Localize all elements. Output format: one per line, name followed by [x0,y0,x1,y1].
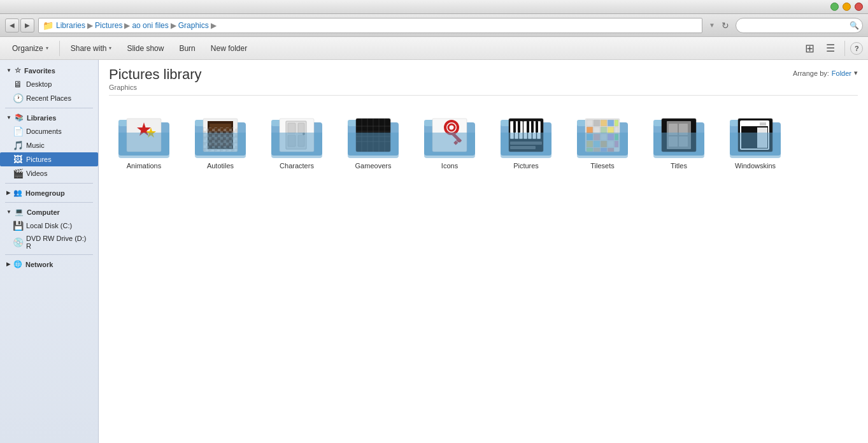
folder-gameovers-icon [345,108,402,159]
folder-gameovers[interactable]: Gameovers [338,106,408,172]
share-with-label: Share with [71,44,107,53]
help-button[interactable]: ? [850,42,863,55]
sidebar-divider-1 [5,108,93,108]
svg-rect-67 [608,120,614,126]
sidebar-item-recent-label: Recent Places [26,94,71,102]
folder-tilesets[interactable]: Tilesets [567,106,637,172]
sidebar-item-music-label: Music [26,142,45,149]
new-folder-button[interactable]: New folder [204,40,254,57]
share-with-button[interactable]: Share with ▾ [64,40,119,57]
svg-rect-66 [601,120,607,126]
folder-icon: 📁 [43,20,53,31]
homegroup-icon: 👥 [13,189,22,197]
slideshow-button[interactable]: Slide show [120,40,171,57]
path-graphics[interactable]: Graphics [178,21,209,30]
toolbar: Organize ▾ Share with ▾ Slide show Burn … [0,37,868,60]
svg-rect-101 [760,122,766,126]
sidebar-computer-header[interactable]: ▼ 💻 Computer [0,205,98,219]
folder-autotiles[interactable]: Autotiles [185,106,255,172]
sidebar-item-music[interactable]: 🎵 Music [0,138,98,152]
nav-buttons: ◀ ▶ [5,18,34,33]
search-input[interactable] [736,18,863,33]
favorites-arrow-icon: ▼ [6,68,11,73]
toolbar-separator-2 [844,41,845,56]
address-path[interactable]: 📁 Libraries ▶ Pictures ▶ ao oni files ▶ … [38,18,702,33]
sidebar-item-dvd-drive[interactable]: 💿 DVD RW Drive (D:) R [0,233,98,252]
sidebar-item-recent-places[interactable]: 🕐 Recent Places [0,91,98,105]
toolbar-separator-1 [59,41,60,56]
svg-rect-68 [615,120,618,126]
folder-pictures-icon [497,108,555,159]
svg-rect-20 [298,123,304,133]
sidebar-item-videos[interactable]: 🎬 Videos [0,166,98,180]
folder-gameovers-label: Gameovers [355,162,392,170]
folder-windowskins-icon [727,108,784,159]
svg-rect-55 [518,121,520,133]
svg-rect-56 [527,121,529,133]
computer-arrow-icon: ▼ [6,209,11,215]
organize-dropdown-icon: ▾ [46,45,48,51]
recent-places-icon: 🕐 [13,93,23,103]
sidebar-homegroup-header[interactable]: ▶ 👥 Homegroup [0,186,98,200]
svg-rect-69 [587,127,593,133]
path-ao-oni[interactable]: ao oni files [132,21,168,30]
sidebar-item-documents-label: Documents [26,127,62,135]
view-details-button[interactable]: ☰ [822,40,839,57]
libraries-icon: 📚 [15,113,24,122]
sidebar-item-pictures[interactable]: 🖼 Pictures [0,152,98,166]
folder-pictures[interactable]: Pictures [491,106,561,172]
view-mode-button[interactable]: ⊞ [800,40,819,57]
libraries-arrow-icon: ▼ [6,115,11,120]
title-bar-buttons [830,3,863,11]
back-button[interactable]: ◀ [5,18,19,33]
sidebar-favorites-header[interactable]: ▼ ☆ Favorites [0,64,98,77]
folder-icons[interactable]: Icons [415,106,485,172]
path-libraries[interactable]: Libraries [56,21,85,30]
maximize-button[interactable] [843,3,851,11]
arrange-by-label: Arrange by: [793,69,829,77]
refresh-button[interactable]: ↻ [719,19,732,32]
folder-autotiles-icon [192,108,249,159]
sidebar-item-videos-label: Videos [26,170,47,177]
homegroup-label: Homegroup [25,189,65,197]
computer-icon: 💻 [15,208,24,216]
minimize-button[interactable] [830,3,839,11]
folder-animations-icon [115,108,173,159]
sidebar-item-local-disk[interactable]: 💾 Local Disk (C:) [0,219,98,233]
burn-button[interactable]: Burn [172,40,202,57]
folder-titles-label: Titles [671,162,687,170]
folder-titles[interactable]: Titles [644,106,714,172]
sidebar-libraries-header[interactable]: ▼ 📚 Libraries [0,111,98,124]
network-icon: 🌐 [13,260,22,268]
sidebar-section-network: ▶ 🌐 Network [0,258,98,271]
arrange-by-value[interactable]: Folder [832,69,851,77]
folder-characters-label: Characters [280,162,314,170]
title-bar [0,0,868,14]
folder-animations[interactable]: Animations [109,106,179,172]
svg-rect-71 [601,127,607,133]
svg-rect-19 [288,123,295,133]
organize-button[interactable]: Organize ▾ [5,40,55,57]
homegroup-arrow-icon: ▶ [6,190,10,196]
forward-button[interactable]: ▶ [20,18,34,33]
sidebar-item-dvd-label: DVD RW Drive (D:) R [26,235,92,250]
path-pictures[interactable]: Pictures [95,21,122,30]
sidebar-item-documents[interactable]: 📄 Documents [0,124,98,138]
sidebar-network-header[interactable]: ▶ 🌐 Network [0,258,98,271]
folder-windowskins[interactable]: Windowskins [720,106,790,172]
sidebar-item-pictures-label: Pictures [26,156,52,163]
svg-rect-64 [587,120,593,126]
network-arrow-icon: ▶ [6,261,10,267]
close-button[interactable] [855,3,863,11]
folder-characters[interactable]: Characters [262,106,332,172]
svg-rect-72 [608,127,614,133]
search-box-wrapper: 🔍 [736,18,863,33]
library-title: Pictures library [109,66,201,83]
sidebar-section-computer: ▼ 💻 Computer 💾 Local Disk (C:) 💿 DVD RW … [0,205,98,252]
sidebar-item-local-disk-label: Local Disk (C:) [26,222,72,229]
address-bar: ◀ ▶ 📁 Libraries ▶ Pictures ▶ ao oni file… [0,14,868,37]
sidebar-section-homegroup: ▶ 👥 Homegroup [0,186,98,200]
sidebar-item-desktop[interactable]: 🖥 Desktop [0,77,98,91]
folder-windowskins-label: Windowskins [735,162,776,170]
library-subtitle: Graphics [109,84,201,91]
